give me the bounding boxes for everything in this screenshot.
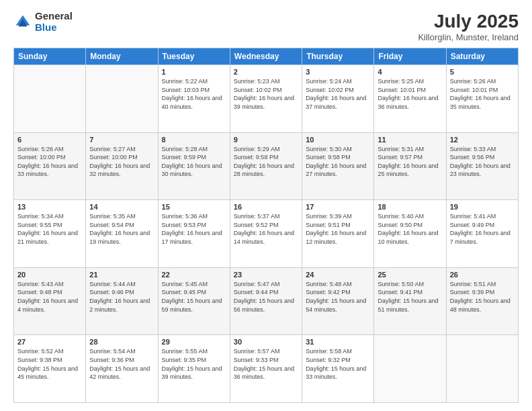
day-info: Sunrise: 5:54 AMSunset: 9:36 PMDaylight:… xyxy=(89,347,154,381)
day-of-week-header: Friday xyxy=(374,48,446,65)
calendar-cell: 11Sunrise: 5:31 AMSunset: 9:57 PMDayligh… xyxy=(374,132,446,200)
day-info: Sunrise: 5:52 AMSunset: 9:38 PMDaylight:… xyxy=(17,347,82,381)
day-number: 25 xyxy=(378,271,442,279)
day-number: 11 xyxy=(378,136,442,144)
day-info: Sunrise: 5:25 AMSunset: 10:01 PMDaylight… xyxy=(378,77,442,111)
calendar-cell xyxy=(86,65,158,133)
calendar-cell: 18Sunrise: 5:40 AMSunset: 9:50 PMDayligh… xyxy=(374,200,446,268)
day-info: Sunrise: 5:26 AMSunset: 10:01 PMDaylight… xyxy=(450,77,515,111)
calendar-cell: 8Sunrise: 5:28 AMSunset: 9:59 PMDaylight… xyxy=(158,132,230,200)
day-info: Sunrise: 5:22 AMSunset: 10:03 PMDaylight… xyxy=(162,77,226,111)
day-info: Sunrise: 5:36 AMSunset: 9:53 PMDaylight:… xyxy=(162,212,226,246)
day-number: 9 xyxy=(234,136,298,144)
calendar-cell: 29Sunrise: 5:55 AMSunset: 9:35 PMDayligh… xyxy=(158,335,230,403)
day-number: 21 xyxy=(89,271,154,279)
day-number: 14 xyxy=(89,203,154,211)
calendar-cell: 22Sunrise: 5:45 AMSunset: 9:45 PMDayligh… xyxy=(158,267,230,335)
day-number: 6 xyxy=(17,136,82,144)
day-info: Sunrise: 5:55 AMSunset: 9:35 PMDaylight:… xyxy=(162,347,226,381)
day-info: Sunrise: 5:50 AMSunset: 9:41 PMDaylight:… xyxy=(378,280,442,314)
calendar-cell: 27Sunrise: 5:52 AMSunset: 9:38 PMDayligh… xyxy=(14,335,86,403)
location: Killorglin, Munster, Ireland xyxy=(418,32,519,42)
calendar-cell: 7Sunrise: 5:27 AMSunset: 10:00 PMDayligh… xyxy=(86,132,158,200)
calendar-header-row: SundayMondayTuesdayWednesdayThursdayFrid… xyxy=(14,48,519,65)
day-number: 24 xyxy=(306,271,370,279)
calendar-cell: 9Sunrise: 5:29 AMSunset: 9:58 PMDaylight… xyxy=(230,132,302,200)
calendar-cell: 25Sunrise: 5:50 AMSunset: 9:41 PMDayligh… xyxy=(374,267,446,335)
day-info: Sunrise: 5:37 AMSunset: 9:52 PMDaylight:… xyxy=(234,212,298,246)
calendar-cell: 26Sunrise: 5:51 AMSunset: 9:39 PMDayligh… xyxy=(446,267,518,335)
month-year: July 2025 xyxy=(418,11,519,32)
day-number: 1 xyxy=(162,68,226,76)
day-info: Sunrise: 5:31 AMSunset: 9:57 PMDaylight:… xyxy=(378,145,442,179)
calendar-cell: 12Sunrise: 5:33 AMSunset: 9:56 PMDayligh… xyxy=(446,132,518,200)
day-info: Sunrise: 5:29 AMSunset: 9:58 PMDaylight:… xyxy=(234,145,298,179)
calendar-cell: 14Sunrise: 5:35 AMSunset: 9:54 PMDayligh… xyxy=(86,200,158,268)
logo-blue: Blue xyxy=(35,22,73,34)
day-of-week-header: Wednesday xyxy=(230,48,302,65)
day-info: Sunrise: 5:43 AMSunset: 9:48 PMDaylight:… xyxy=(17,280,82,314)
day-info: Sunrise: 5:58 AMSunset: 9:32 PMDaylight:… xyxy=(306,347,370,381)
day-info: Sunrise: 5:41 AMSunset: 9:49 PMDaylight:… xyxy=(450,212,515,246)
calendar-cell: 23Sunrise: 5:47 AMSunset: 9:44 PMDayligh… xyxy=(230,267,302,335)
calendar-cell: 6Sunrise: 5:26 AMSunset: 10:00 PMDayligh… xyxy=(14,132,86,200)
day-number: 15 xyxy=(162,203,226,211)
day-info: Sunrise: 5:44 AMSunset: 9:46 PMDaylight:… xyxy=(89,280,154,314)
day-of-week-header: Monday xyxy=(86,48,158,65)
calendar-cell: 15Sunrise: 5:36 AMSunset: 9:53 PMDayligh… xyxy=(158,200,230,268)
day-number: 2 xyxy=(234,68,298,76)
day-number: 5 xyxy=(450,68,515,76)
calendar-cell: 17Sunrise: 5:39 AMSunset: 9:51 PMDayligh… xyxy=(302,200,374,268)
day-info: Sunrise: 5:39 AMSunset: 9:51 PMDaylight:… xyxy=(306,212,370,246)
day-info: Sunrise: 5:28 AMSunset: 9:59 PMDaylight:… xyxy=(162,145,226,179)
calendar-cell: 4Sunrise: 5:25 AMSunset: 10:01 PMDayligh… xyxy=(374,65,446,133)
day-info: Sunrise: 5:33 AMSunset: 9:56 PMDaylight:… xyxy=(450,145,515,179)
day-number: 12 xyxy=(450,136,515,144)
day-of-week-header: Saturday xyxy=(446,48,518,65)
calendar: SundayMondayTuesdayWednesdayThursdayFrid… xyxy=(13,48,519,403)
logo: General Blue xyxy=(13,11,73,33)
calendar-cell: 19Sunrise: 5:41 AMSunset: 9:49 PMDayligh… xyxy=(446,200,518,268)
day-info: Sunrise: 5:24 AMSunset: 10:02 PMDaylight… xyxy=(306,77,370,111)
day-number: 16 xyxy=(234,203,298,211)
day-number: 18 xyxy=(378,203,442,211)
logo-general: General xyxy=(35,11,73,22)
day-number: 10 xyxy=(306,136,370,144)
day-number: 7 xyxy=(89,136,154,144)
day-number: 4 xyxy=(378,68,442,76)
day-info: Sunrise: 5:48 AMSunset: 9:42 PMDaylight:… xyxy=(306,280,370,314)
calendar-cell: 2Sunrise: 5:23 AMSunset: 10:02 PMDayligh… xyxy=(230,65,302,133)
calendar-cell: 13Sunrise: 5:34 AMSunset: 9:55 PMDayligh… xyxy=(14,200,86,268)
calendar-week-row: 20Sunrise: 5:43 AMSunset: 9:48 PMDayligh… xyxy=(14,267,519,335)
day-number: 22 xyxy=(162,271,226,279)
day-of-week-header: Thursday xyxy=(302,48,374,65)
day-info: Sunrise: 5:27 AMSunset: 10:00 PMDaylight… xyxy=(89,145,154,179)
day-number: 30 xyxy=(234,338,298,346)
calendar-cell: 31Sunrise: 5:58 AMSunset: 9:32 PMDayligh… xyxy=(302,335,374,403)
day-of-week-header: Tuesday xyxy=(158,48,230,65)
calendar-cell: 30Sunrise: 5:57 AMSunset: 9:33 PMDayligh… xyxy=(230,335,302,403)
calendar-cell: 28Sunrise: 5:54 AMSunset: 9:36 PMDayligh… xyxy=(86,335,158,403)
day-info: Sunrise: 5:30 AMSunset: 9:58 PMDaylight:… xyxy=(306,145,370,179)
day-info: Sunrise: 5:40 AMSunset: 9:50 PMDaylight:… xyxy=(378,212,442,246)
day-info: Sunrise: 5:47 AMSunset: 9:44 PMDaylight:… xyxy=(234,280,298,314)
day-info: Sunrise: 5:26 AMSunset: 10:00 PMDaylight… xyxy=(17,145,82,179)
calendar-cell: 16Sunrise: 5:37 AMSunset: 9:52 PMDayligh… xyxy=(230,200,302,268)
logo-icon xyxy=(13,13,32,32)
day-info: Sunrise: 5:23 AMSunset: 10:02 PMDaylight… xyxy=(234,77,298,111)
title-block: July 2025 Killorglin, Munster, Ireland xyxy=(418,11,519,42)
day-of-week-header: Sunday xyxy=(14,48,86,65)
calendar-cell: 1Sunrise: 5:22 AMSunset: 10:03 PMDayligh… xyxy=(158,65,230,133)
day-number: 17 xyxy=(306,203,370,211)
page: General Blue July 2025 Killorglin, Munst… xyxy=(0,0,532,411)
header: General Blue July 2025 Killorglin, Munst… xyxy=(13,11,519,42)
day-info: Sunrise: 5:57 AMSunset: 9:33 PMDaylight:… xyxy=(234,347,298,381)
calendar-cell xyxy=(374,335,446,403)
calendar-week-row: 13Sunrise: 5:34 AMSunset: 9:55 PMDayligh… xyxy=(14,200,519,268)
calendar-cell: 10Sunrise: 5:30 AMSunset: 9:58 PMDayligh… xyxy=(302,132,374,200)
day-info: Sunrise: 5:51 AMSunset: 9:39 PMDaylight:… xyxy=(450,280,515,314)
calendar-cell: 5Sunrise: 5:26 AMSunset: 10:01 PMDayligh… xyxy=(446,65,518,133)
calendar-cell: 24Sunrise: 5:48 AMSunset: 9:42 PMDayligh… xyxy=(302,267,374,335)
day-number: 27 xyxy=(17,338,82,346)
calendar-cell: 3Sunrise: 5:24 AMSunset: 10:02 PMDayligh… xyxy=(302,65,374,133)
